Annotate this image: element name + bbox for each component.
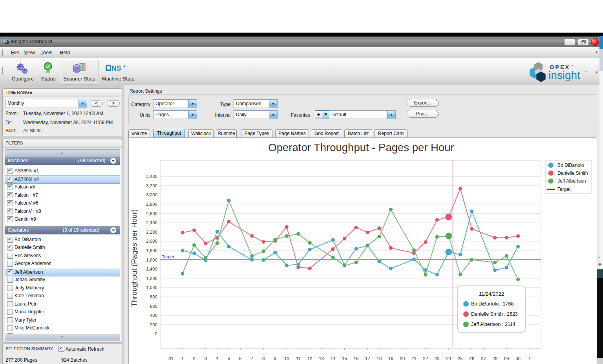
svg-text:25: 25 [458, 356, 463, 361]
svg-text:2,400: 2,400 [146, 220, 157, 225]
svg-text:2,600: 2,600 [146, 211, 157, 216]
svg-text:Bo DiBartolo : 1768: Bo DiBartolo : 1768 [471, 301, 513, 307]
svg-text:23: 23 [435, 356, 440, 361]
svg-text:15: 15 [342, 356, 347, 361]
svg-text:19: 19 [388, 356, 393, 361]
svg-text:Danielle Smith : 2523: Danielle Smith : 2523 [471, 311, 518, 317]
svg-text:™: ™ [571, 64, 573, 67]
svg-text:insight: insight [548, 69, 580, 81]
svg-text:1,200: 1,200 [146, 276, 157, 281]
svg-text:800: 800 [150, 294, 157, 299]
svg-text:400: 400 [150, 313, 157, 318]
svg-text:5: 5 [228, 356, 230, 361]
svg-text:+: + [123, 64, 126, 69]
svg-text:3: 3 [205, 356, 207, 361]
svg-text:28: 28 [492, 356, 497, 361]
svg-text:14: 14 [331, 356, 336, 361]
svg-text:Target: Target [557, 187, 571, 192]
svg-text:18: 18 [377, 356, 382, 361]
svg-text:16: 16 [354, 356, 359, 361]
svg-text:29: 29 [504, 356, 509, 361]
svg-text:Target: Target [162, 254, 175, 259]
svg-text:26: 26 [469, 356, 474, 361]
svg-text:8: 8 [262, 356, 265, 361]
svg-text:™: ™ [584, 70, 587, 73]
svg-text:Operator Throughput - Pages pe: Operator Throughput - Pages per Hour [268, 141, 454, 154]
svg-text:1,600: 1,600 [146, 258, 157, 262]
svg-text:2,200: 2,200 [146, 230, 157, 234]
svg-text:21: 21 [411, 356, 417, 361]
svg-text:2,000: 2,000 [146, 239, 157, 243]
svg-text:11/24/2022: 11/24/2022 [479, 291, 504, 297]
svg-text:3,200: 3,200 [146, 183, 157, 188]
svg-text:0: 0 [155, 331, 157, 336]
svg-text:Bo DiBartolo: Bo DiBartolo [557, 163, 584, 168]
svg-text:30: 30 [515, 356, 521, 361]
svg-text:7: 7 [251, 356, 253, 361]
svg-text:600: 600 [150, 304, 157, 309]
svg-text:1: 1 [528, 356, 531, 361]
svg-text:11: 11 [296, 356, 301, 361]
svg-text:31: 31 [168, 356, 174, 361]
svg-text:13: 13 [319, 356, 324, 361]
svg-text:27: 27 [481, 356, 486, 361]
svg-text:200: 200 [150, 322, 157, 327]
svg-text:3,000: 3,000 [146, 192, 157, 197]
svg-text:1,000: 1,000 [146, 285, 157, 290]
svg-text:12: 12 [307, 356, 312, 361]
svg-text:22: 22 [423, 356, 428, 361]
svg-text:Throughput (Pages per Hour): Throughput (Pages per Hour) [130, 209, 138, 307]
svg-text:10: 10 [284, 356, 289, 361]
svg-text:17: 17 [365, 356, 370, 361]
svg-text:2: 2 [193, 356, 195, 361]
svg-text:1,400: 1,400 [146, 267, 157, 271]
svg-text:20: 20 [400, 356, 405, 361]
svg-text:Jeff Albertson: Jeff Albertson [557, 178, 586, 184]
svg-text:9: 9 [274, 356, 276, 361]
svg-text:Danielle Smith: Danielle Smith [557, 170, 588, 176]
svg-text:1: 1 [181, 356, 184, 361]
svg-text:NS: NS [111, 64, 121, 72]
svg-text:Jeff Albertson : 2114: Jeff Albertson : 2114 [471, 322, 515, 327]
svg-text:4: 4 [216, 356, 219, 361]
svg-text:6: 6 [239, 356, 241, 361]
svg-text:1,800: 1,800 [146, 248, 157, 253]
svg-text:2,800: 2,800 [146, 202, 157, 207]
svg-text:24: 24 [446, 356, 451, 361]
svg-text:3,400: 3,400 [146, 174, 157, 179]
